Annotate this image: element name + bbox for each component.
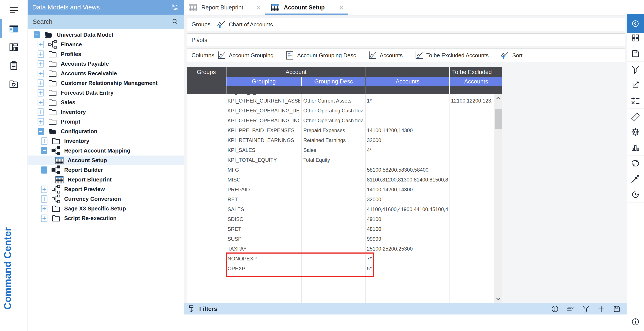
expand-expander-icon[interactable] (41, 137, 48, 145)
grid-row[interactable]: KPI_RETAINED_EARNINGSRetained Earnings32… (187, 135, 494, 145)
header-groups[interactable]: Groups (187, 67, 226, 77)
filters-bar[interactable]: Filters (184, 303, 627, 315)
columns-zone[interactable]: Columns Account Grouping Account Groupin… (187, 48, 625, 62)
header-excluded-group[interactable]: To be Excluded (450, 67, 494, 77)
grid-row[interactable]: PREPAID14100,14200,14300 (187, 185, 494, 195)
filter-icon[interactable] (582, 305, 590, 313)
chart-button[interactable] (627, 140, 644, 156)
tab-account-setup[interactable]: Account Setup (266, 0, 348, 15)
tree-item[interactable]: Inventory (28, 136, 184, 146)
history-button[interactable] (627, 187, 644, 203)
collapse-expander-icon[interactable] (38, 128, 44, 135)
tree-item[interactable]: Currency Conversion (28, 194, 184, 204)
tree-item[interactable]: Prompt (28, 117, 184, 127)
tree-item[interactable]: Report Preview (28, 184, 184, 194)
tree-item[interactable]: Sage X3 Specific Setup (28, 204, 184, 213)
tree-item[interactable]: Report Account Mapping (28, 146, 184, 156)
field-chip-chart-of-accounts[interactable]: Chart of Accounts (217, 20, 273, 29)
header-grouping-desc[interactable]: Grouping Desc (302, 77, 365, 86)
expand-expander-icon[interactable] (38, 41, 44, 48)
collapse-expander-icon[interactable] (41, 166, 48, 174)
tasks-nav-button[interactable] (0, 56, 28, 75)
grid-row[interactable]: MFG58100,58200,58300,58400 (187, 165, 494, 175)
calculations-button[interactable] (627, 93, 644, 109)
grid-row[interactable]: KPI_OTHER_OPERATING_INCOther Operating C… (187, 116, 494, 125)
tree-item[interactable]: Sales (28, 98, 184, 107)
grid-row[interactable]: KPI_PRE_PAID_EXPENSESPrepaid Expenses141… (187, 125, 494, 135)
main-menu-button[interactable] (0, 1, 28, 19)
scroll-down-icon[interactable] (496, 297, 501, 301)
grid-row[interactable]: SDISC49100 (187, 214, 494, 224)
field-chip-to-be-excluded-accounts[interactable]: To be Excluded Accounts (414, 51, 489, 60)
tree-item[interactable]: Universal Data Model (28, 30, 184, 40)
layouts-nav-button[interactable] (0, 38, 28, 56)
vertical-scrollbar[interactable] (494, 94, 502, 303)
save-icon[interactable] (613, 305, 621, 313)
tree-item[interactable]: Profiles (28, 49, 184, 59)
info-button[interactable] (627, 315, 644, 329)
search-input[interactable] (32, 18, 162, 25)
expand-expander-icon[interactable] (38, 99, 44, 106)
grid-row[interactable]: KPI_SALESSales4* (187, 145, 494, 155)
grid-row[interactable]: RET32000 (187, 195, 494, 204)
header-account-group[interactable]: Account (226, 67, 366, 77)
field-chip-sort[interactable]: Sort (500, 51, 522, 60)
tree-item[interactable]: Report Builder (28, 165, 184, 175)
collapse-expander-icon[interactable] (41, 147, 48, 154)
expand-expander-icon[interactable] (38, 70, 44, 77)
filter-button[interactable] (627, 61, 644, 77)
grid-row[interactable]: KPI_OTHER_CURRENT_ASSETOther Current Ass… (187, 96, 494, 106)
tree-item[interactable]: Customer Relationship Management (28, 78, 184, 88)
tree-item[interactable]: Forecast Data Entry (28, 88, 184, 98)
tree-item[interactable]: Inventory (28, 107, 184, 117)
expand-expander-icon[interactable] (38, 50, 44, 58)
expand-expander-icon[interactable] (41, 215, 48, 222)
header-grouping[interactable]: Grouping (226, 77, 301, 86)
header-accounts[interactable]: Accounts (366, 77, 449, 86)
grid-row[interactable]: SRET48100 (187, 224, 494, 234)
expand-expander-icon[interactable] (41, 186, 48, 193)
warnings-icon[interactable] (551, 305, 559, 313)
settings-button[interactable] (627, 124, 644, 140)
field-chip-account-grouping-desc[interactable]: Account Grouping Desc (285, 51, 356, 60)
tree-item[interactable]: Configuration (28, 127, 184, 136)
save-view-button[interactable] (627, 46, 644, 61)
data-models-nav-button[interactable] (0, 19, 28, 38)
tree-item[interactable]: Finance (28, 40, 184, 49)
close-icon[interactable] (256, 5, 261, 10)
scrollbar-thumb[interactable] (495, 109, 502, 129)
pivots-zone[interactable]: Pivots (187, 33, 625, 47)
tab-report-blueprint[interactable]: Report Blueprint (184, 0, 265, 15)
grid-row[interactable]: KPI_OTHER_OPERATING_DECOther Operating C… (187, 106, 494, 116)
format-picker-button[interactable] (627, 171, 644, 187)
search-icon[interactable] (171, 18, 179, 25)
grid-row[interactable]: SALES41100,41600,41900,44100,45100,46... (187, 204, 494, 214)
close-icon[interactable] (339, 5, 344, 10)
refresh-data-button[interactable] (627, 155, 644, 171)
favorites-nav-button[interactable] (0, 75, 28, 93)
expand-expander-icon[interactable] (38, 60, 44, 67)
measure-button[interactable] (627, 108, 644, 124)
export-button[interactable] (627, 77, 644, 93)
grid-row[interactable]: SUSP99999 (187, 234, 494, 244)
tree-item-selected[interactable]: Account Setup (28, 156, 184, 165)
expand-expander-icon[interactable] (38, 89, 44, 96)
views-grid-button[interactable] (627, 30, 644, 46)
grid-row[interactable]: MISC81100,81200,81300,81400,81500,81... (187, 175, 494, 185)
header-excluded-accounts[interactable]: Accounts (450, 77, 502, 86)
grid-row[interactable]: KPI_TOTAL_EQUITYTotal Equity (187, 155, 494, 165)
expand-expander-icon[interactable] (41, 195, 48, 203)
expand-expander-icon[interactable] (38, 108, 44, 116)
tree-item[interactable]: Accounts Receivable (28, 69, 184, 78)
collapse-expander-icon[interactable] (34, 31, 40, 39)
tree-item[interactable]: Report Blueprint (28, 175, 184, 184)
refresh-icon[interactable] (171, 3, 179, 11)
add-icon[interactable] (597, 305, 605, 313)
scroll-up-icon[interactable] (496, 96, 501, 100)
expand-expander-icon[interactable] (38, 118, 44, 125)
expand-expander-icon[interactable] (38, 79, 44, 87)
groups-zone[interactable]: Groups Chart of Accounts (187, 17, 625, 31)
field-list-icon[interactable] (566, 305, 574, 313)
field-chip-account-grouping[interactable]: Account Grouping (217, 51, 274, 60)
field-chip-accounts[interactable]: Accounts (368, 51, 403, 60)
